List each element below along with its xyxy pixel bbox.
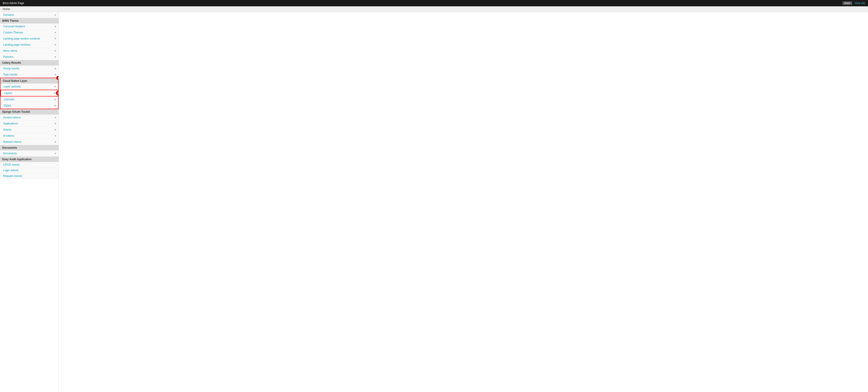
easy-audit-header: Easy Audit Application [0, 157, 59, 162]
access-tokens-link[interactable]: Access tokens [3, 116, 21, 119]
annotation-badge-1: 1 [56, 76, 59, 80]
section-easy-audit: Easy Audit Application CRUD events Login… [0, 157, 59, 179]
task-results-item: Task results + [0, 72, 59, 78]
access-tokens-plus-icon[interactable]: + [55, 116, 56, 119]
landing-page-section-contents-item: Landing page section contents + [0, 36, 59, 42]
styles-link[interactable]: Styles [4, 104, 11, 107]
refresh-tokens-plus-icon[interactable]: + [55, 140, 56, 144]
crud-events-item: CRUD events [0, 162, 59, 168]
topbar: Bims Admin Page BIMS View site [0, 0, 868, 6]
documents-plus-icon[interactable]: + [55, 152, 56, 155]
breadcrumb: Home [0, 6, 868, 12]
topbar-button[interactable]: BIMS [842, 1, 852, 5]
layers-link[interactable]: Layers [4, 92, 12, 95]
section-django-oauth: Django OAuth Toolkit Access tokens + App… [0, 109, 59, 145]
partners-item: Partners + [0, 54, 59, 60]
breadcrumb-home[interactable]: Home [3, 7, 10, 11]
grants-item: Grants + [0, 127, 59, 133]
refresh-tokens-link[interactable]: Refresh tokens [3, 140, 22, 143]
section-celery-results: Celery Results Group results + Task resu… [0, 60, 59, 78]
id-tokens-item: Id tokens + [0, 133, 59, 139]
partners-plus-icon[interactable]: + [55, 55, 56, 59]
grants-plus-icon[interactable]: + [55, 128, 56, 131]
styles-plus-icon[interactable]: + [54, 104, 56, 107]
view-site-link[interactable]: View site [855, 2, 865, 5]
layers-plus-icon[interactable]: + [54, 91, 55, 95]
licenses-link[interactable]: Licenses [4, 98, 14, 101]
custom-themes-item: Custom Themes + [0, 30, 59, 36]
login-events-item: Login events [0, 168, 59, 173]
custom-themes-plus-icon[interactable]: + [55, 31, 56, 34]
domains-plus-icon[interactable]: + [55, 13, 56, 17]
layer-uploads-link[interactable]: Layer uploads [4, 85, 21, 88]
licenses-plus-icon[interactable]: + [54, 98, 56, 101]
task-results-plus-icon[interactable]: + [55, 73, 56, 76]
menu-items-link[interactable]: Menu items [3, 49, 17, 53]
group-results-plus-icon[interactable]: + [55, 67, 56, 70]
custom-themes-link[interactable]: Custom Themes [3, 31, 23, 34]
styles-item: Styles + [0, 103, 58, 109]
layer-uploads-plus-icon[interactable]: + [54, 85, 56, 88]
access-tokens-item: Access tokens + [0, 115, 59, 121]
applications-plus-icon[interactable]: + [55, 122, 56, 125]
carousel-headers-item: Carousel Headers + [0, 24, 59, 30]
applications-item: Applications + [0, 121, 59, 127]
layers-item: Layers + 2 [0, 90, 58, 96]
documents-link[interactable]: Documents [3, 152, 17, 155]
celery-results-header: Celery Results [0, 60, 59, 66]
landing-page-sections-item: Landing page sections + [0, 42, 59, 48]
content-area [59, 12, 868, 392]
section-documents: Documents Documents + [0, 145, 59, 157]
bims-theme-header: BIMS Theme [0, 18, 59, 24]
main-layout: Domains + BIMS Theme Carousel Headers + … [0, 12, 868, 392]
id-tokens-link[interactable]: Id tokens [3, 134, 14, 137]
landing-page-section-contents-link[interactable]: Landing page section contents [3, 37, 40, 40]
layer-uploads-item: Layer uploads + [0, 84, 58, 90]
cloud-native-layer-header: Cloud Native Layer [0, 78, 58, 84]
topbar-right: BIMS View site [842, 1, 865, 5]
domains-item: Domains + [0, 12, 59, 18]
applications-link[interactable]: Applications [3, 122, 18, 125]
partners-link[interactable]: Partners [3, 55, 13, 59]
request-events-item: Request events [0, 173, 59, 179]
carousel-headers-plus-icon[interactable]: + [55, 25, 56, 28]
request-events-link[interactable]: Request events [3, 174, 22, 177]
refresh-tokens-item: Refresh tokens + [0, 139, 59, 145]
django-oauth-header: Django OAuth Toolkit [0, 109, 59, 115]
carousel-headers-link[interactable]: Carousel Headers [3, 25, 25, 28]
menu-items-plus-icon[interactable]: + [55, 49, 56, 53]
menu-items-item: Menu items + [0, 48, 59, 54]
documents-item: Documents + [0, 151, 59, 157]
documents-header: Documents [0, 145, 59, 151]
task-results-link[interactable]: Task results [3, 73, 18, 76]
licenses-item: Licenses + [0, 96, 58, 103]
topbar-title: Bims Admin Page [3, 2, 24, 5]
landing-page-sections-link[interactable]: Landing page sections [3, 43, 30, 46]
domains-link[interactable]: Domains [3, 13, 14, 17]
section-bims-theme: Domains + BIMS Theme Carousel Headers + … [0, 12, 59, 60]
landing-page-section-contents-plus-icon[interactable]: + [55, 37, 56, 40]
id-tokens-plus-icon[interactable]: + [55, 134, 56, 138]
landing-page-sections-plus-icon[interactable]: + [55, 43, 56, 46]
annotation-badge-2: 2 [56, 91, 59, 95]
crud-events-link[interactable]: CRUD events [3, 163, 20, 166]
section-cloud-native-layer: 1 Cloud Native Layer Layer uploads + Lay… [0, 78, 59, 109]
group-results-link[interactable]: Group results [3, 67, 20, 70]
group-results-item: Group results + [0, 66, 59, 72]
sidebar: Domains + BIMS Theme Carousel Headers + … [0, 12, 59, 392]
grants-link[interactable]: Grants [3, 128, 11, 131]
login-events-link[interactable]: Login events [3, 169, 19, 172]
